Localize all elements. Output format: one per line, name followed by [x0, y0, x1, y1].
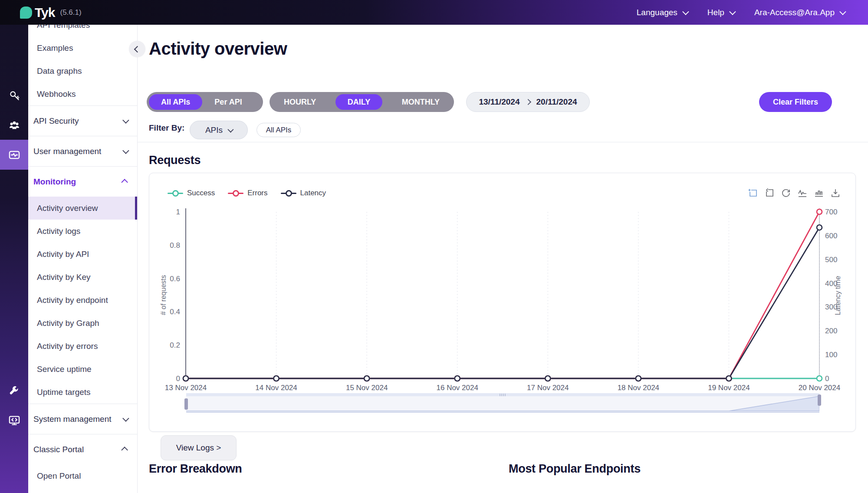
svg-text:0.8: 0.8 — [170, 241, 180, 250]
sidebar-item-data-graphs[interactable]: Data graphs — [28, 59, 137, 82]
filter-by-label: Filter By: — [149, 123, 184, 133]
scope-toggle-group: All APIs Per API — [147, 92, 263, 112]
classic-portal-label: Classic Portal — [33, 445, 84, 454]
hourly-toggle[interactable]: HOURLY — [272, 94, 328, 110]
error-breakdown-heading: Error Breakdown — [149, 462, 242, 476]
user-management-label: User management — [33, 147, 101, 156]
svg-text:19 Nov 2024: 19 Nov 2024 — [708, 384, 750, 392]
svg-text:17 Nov 2024: 17 Nov 2024 — [527, 384, 569, 392]
filter-type-value: APIs — [205, 125, 223, 135]
sidebar: API Templates Examples Data graphs Webho… — [28, 25, 138, 493]
main-content: Activity overview All APIs Per API HOURL… — [137, 25, 868, 493]
svg-text:0: 0 — [825, 375, 829, 383]
languages-label: Languages — [637, 8, 677, 17]
datazoom-move-grip[interactable] — [500, 394, 506, 396]
sidebar-item-service-uptime[interactable]: Service uptime — [28, 358, 137, 381]
logo-text: Tyk — [35, 5, 55, 20]
period-toggle-group: HOURLY DAILY MONTHLY — [270, 92, 454, 112]
sidebar-item-webhooks[interactable]: Webhooks — [28, 82, 137, 105]
chevron-down-icon — [122, 415, 129, 422]
monthly-toggle[interactable]: MONTHLY — [390, 94, 452, 110]
requests-chart-card: Success Errors Latency — [149, 173, 856, 432]
filter-type-dropdown[interactable]: APIs — [190, 121, 248, 139]
svg-text:600: 600 — [825, 232, 837, 240]
svg-text:Latency time: Latency time — [834, 276, 842, 316]
chevron-down-icon — [839, 8, 846, 15]
sidebar-item-activity-by-key[interactable]: Activity by Key — [28, 266, 137, 289]
header-nav: Languages Help Ara-Access@Ara.App — [637, 0, 845, 25]
chevron-right-icon — [525, 99, 531, 105]
sidebar-collapse-button[interactable] — [129, 41, 145, 57]
chevron-up-icon — [121, 179, 128, 186]
chevron-down-icon — [122, 117, 129, 124]
sidebar-item-api-templates[interactable]: API Templates — [28, 25, 137, 36]
sidebar-item-activity-by-api[interactable]: Activity by API — [28, 243, 137, 266]
datazoom-slider[interactable] — [186, 393, 819, 413]
sidebar-section-system-management[interactable]: System management — [28, 404, 137, 434]
svg-text:14 Nov 2024: 14 Nov 2024 — [255, 384, 297, 392]
requests-line-chart: 00.20.40.60.810100200300400500600700# of… — [149, 173, 855, 392]
chevron-left-icon — [134, 46, 141, 53]
account-menu[interactable]: Ara-Access@Ara.App — [754, 8, 845, 17]
svg-text:18 Nov 2024: 18 Nov 2024 — [618, 384, 659, 392]
popular-endpoints-heading: Most Popular Endpoints — [509, 462, 641, 476]
version-label: (5.6.1) — [60, 8, 81, 17]
languages-menu[interactable]: Languages — [637, 8, 687, 17]
sidebar-section-api-security[interactable]: API Security — [28, 105, 137, 136]
sidebar-item-uptime-targets[interactable]: Uptime targets — [28, 381, 137, 404]
all-apis-toggle[interactable]: All APIs — [149, 94, 202, 110]
date-from: 13/11/2024 — [479, 97, 519, 107]
svg-text:0.4: 0.4 — [170, 308, 180, 316]
sidebar-item-open-portal[interactable]: Open Portal — [28, 464, 137, 487]
per-api-toggle[interactable]: Per API — [202, 94, 254, 110]
requests-heading: Requests — [149, 154, 201, 167]
chevron-down-icon — [682, 8, 689, 15]
svg-text:500: 500 — [825, 256, 837, 264]
help-label: Help — [707, 8, 724, 17]
system-management-label: System management — [33, 414, 112, 424]
top-header: Tyk (5.6.1) Languages Help Ara-Access@Ar… — [0, 0, 868, 25]
svg-text:15 Nov 2024: 15 Nov 2024 — [346, 384, 388, 392]
datazoom-left-handle[interactable] — [184, 398, 188, 410]
daily-toggle[interactable]: DAILY — [335, 94, 382, 110]
user-management-users-icon[interactable] — [0, 114, 28, 137]
svg-text:200: 200 — [825, 327, 837, 335]
view-logs-button[interactable]: View Logs > — [161, 435, 237, 460]
monitoring-chart-icon[interactable] — [0, 143, 28, 167]
svg-text:0.2: 0.2 — [170, 341, 180, 349]
svg-text:0.6: 0.6 — [170, 275, 180, 283]
chevron-down-icon — [729, 8, 736, 15]
sidebar-item-activity-by-errors[interactable]: Activity by errors — [28, 335, 137, 358]
sidebar-item-activity-overview[interactable]: Activity overview — [28, 197, 137, 220]
account-label: Ara-Access@Ara.App — [754, 8, 835, 17]
sidebar-item-examples[interactable]: Examples — [28, 36, 137, 59]
classic-portal-monitor-icon[interactable] — [0, 409, 28, 432]
tyk-dashboard: Tyk (5.6.1) Languages Help Ara-Access@Ar… — [0, 0, 868, 493]
svg-text:16 Nov 2024: 16 Nov 2024 — [437, 384, 478, 392]
date-range-picker[interactable]: 13/11/2024 20/11/2024 — [466, 92, 590, 112]
sidebar-item-activity-by-endpoint[interactable]: Activity by endpoint — [28, 289, 137, 312]
filters-divider — [137, 142, 868, 142]
date-to: 20/11/2024 — [536, 97, 577, 107]
help-menu[interactable]: Help — [707, 8, 734, 17]
svg-text:700: 700 — [825, 208, 837, 216]
filter-value-chip[interactable]: All APIs — [256, 123, 301, 137]
datazoom-right-handle[interactable] — [818, 394, 821, 406]
tyk-logo[interactable]: Tyk (5.6.1) — [20, 5, 82, 20]
api-security-key-icon[interactable] — [0, 84, 28, 107]
clear-filters-button[interactable]: Clear Filters — [759, 92, 832, 112]
sidebar-item-activity-by-graph[interactable]: Activity by Graph — [28, 312, 137, 335]
sidebar-section-user-management[interactable]: User management — [28, 136, 137, 166]
sidebar-section-classic-portal[interactable]: Classic Portal — [28, 434, 137, 464]
svg-text:13 Nov 2024: 13 Nov 2024 — [165, 384, 207, 392]
monitoring-label: Monitoring — [33, 177, 76, 187]
chevron-down-icon — [122, 147, 129, 154]
sidebar-item-activity-logs[interactable]: Activity logs — [28, 220, 137, 243]
chevron-down-icon — [227, 126, 233, 132]
sidebar-section-monitoring[interactable]: Monitoring — [28, 166, 137, 197]
chevron-up-icon — [121, 447, 128, 454]
sidebar-item-settings[interactable]: Settings — [28, 487, 137, 493]
svg-text:100: 100 — [825, 351, 837, 359]
svg-text:1: 1 — [176, 208, 180, 216]
system-management-wrench-icon[interactable] — [0, 379, 28, 402]
